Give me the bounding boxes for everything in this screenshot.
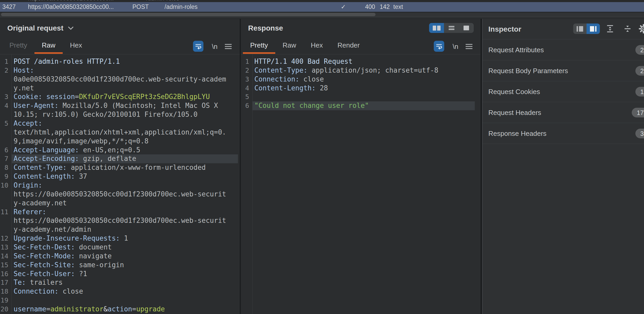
line-text: 0a0e00850320850cc00d1f2300d700ec.web-sec…: [11, 75, 238, 84]
line-number: 4: [241, 84, 249, 93]
line-text: Content-Type: application/x-www-form-url…: [11, 163, 238, 172]
line-text: Te: trailers: [11, 278, 238, 287]
line-number: 20: [0, 305, 8, 314]
line-number: 9: [0, 172, 8, 181]
tab-raw[interactable]: Raw: [34, 38, 63, 54]
inspector-section-label: Response Headers: [488, 129, 547, 137]
line-text: Connection: close: [252, 75, 475, 84]
count-badge: 2: [635, 66, 644, 75]
line-text: Referer:: [11, 208, 238, 217]
word-wrap-toggle-button[interactable]: [434, 41, 444, 52]
editor-line: 5: [241, 92, 481, 101]
line-number: [0, 225, 8, 234]
response-tabs: PrettyRawHexRender: [243, 38, 367, 54]
history-cell-length: 142: [380, 2, 390, 12]
inspector-section-request-attributes[interactable]: Request Attributes2: [483, 39, 644, 60]
tab-pretty[interactable]: Pretty: [2, 38, 34, 54]
chevron-down-icon[interactable]: [68, 26, 74, 31]
tab-render[interactable]: Render: [330, 38, 367, 54]
editor-menu-icon[interactable]: [223, 41, 234, 52]
line-number: 16: [0, 270, 8, 278]
dock-left-button[interactable]: [573, 24, 587, 34]
editor-line: 6"Could not change user role": [241, 101, 481, 110]
layout-columns-button[interactable]: [429, 23, 444, 33]
line-text: Cookie: session=DKfuDr7vEVScqERPt3zSeDG2…: [11, 92, 238, 101]
editor-line: 8Content-Type: application/x-www-form-ur…: [0, 163, 240, 172]
inspector-section-request-cookies[interactable]: Request Cookies1: [483, 81, 644, 102]
editor-line: y.net: [0, 84, 240, 93]
line-text: text/html,application/xhtml+xml,applicat…: [11, 128, 238, 137]
partial-url-text: https://0a0e00850320850cc00...: [28, 0, 114, 2]
line-text: Sec-Fetch-Mode: navigate: [11, 252, 238, 261]
line-text: Origin:: [11, 181, 238, 190]
tab-hex[interactable]: Hex: [63, 38, 89, 54]
line-text: Connection: close: [11, 287, 238, 296]
editor-line: y-academy.net: [0, 199, 240, 208]
line-number: 8: [0, 163, 8, 172]
editor-line: 12Upgrade-Insecure-Requests: 1: [0, 234, 240, 243]
expand-all-button[interactable]: [604, 24, 616, 34]
editor-line: 2Host:: [0, 66, 240, 75]
highlighted-line-text: "Could not change user role": [252, 101, 475, 110]
editor-line: 9,image/avif,image/webp,*/*;q=0.8: [0, 137, 240, 146]
newline-chars-toggle-button[interactable]: \n: [208, 41, 221, 52]
burp-message-viewer: https://0a0e00850320850cc00... /admin-ro…: [0, 0, 644, 314]
editor-line: 15Sec-Fetch-Site: same-origin: [0, 261, 240, 270]
line-number: 6: [241, 101, 249, 110]
line-text: POST /admin-roles HTTP/1.1: [11, 57, 238, 66]
line-number: 5: [241, 92, 249, 101]
layout-toggle-group: [429, 23, 474, 33]
editor-line: https://0a0e00850320850cc00d1f2300d700ec…: [0, 190, 240, 199]
editor-menu-icon[interactable]: [463, 41, 475, 52]
dock-right-button[interactable]: [587, 24, 600, 34]
scrollbar-thumb[interactable]: [1, 13, 376, 16]
count-badge: 2: [635, 45, 644, 55]
line-number: [0, 199, 8, 208]
history-cell-status: 400: [365, 2, 375, 12]
editor-line: 16Sec-Fetch-User: ?1: [0, 270, 240, 278]
line-text: Host:: [11, 66, 238, 75]
tab-hex[interactable]: Hex: [303, 38, 330, 54]
line-number: 4: [0, 101, 8, 110]
word-wrap-toggle-button[interactable]: [193, 41, 203, 52]
layout-rows-button[interactable]: [444, 23, 459, 33]
collapse-all-button[interactable]: [622, 24, 633, 34]
horizontal-splitter[interactable]: [0, 16, 644, 19]
request-tabs: PrettyRawHex: [2, 38, 89, 54]
line-number: 5: [0, 119, 8, 128]
newline-chars-toggle-button[interactable]: \n: [449, 41, 462, 52]
line-number: 7: [0, 154, 8, 163]
editor-line: 1POST /admin-roles HTTP/1.1: [0, 57, 240, 66]
request-editor[interactable]: 1POST /admin-roles HTTP/1.12Host:0a0e008…: [0, 54, 240, 314]
inspector-section-request-headers[interactable]: Request Headers17: [483, 102, 644, 123]
inspector-section-request-body-parameters[interactable]: Request Body Parameters2: [483, 60, 644, 81]
inspector-section-label: Request Body Parameters: [488, 67, 568, 75]
layout-single-button[interactable]: [459, 23, 474, 33]
history-selected-row[interactable]: 3427 https://0a0e00850320850cc00... POST…: [0, 2, 644, 12]
response-panel-title: Response: [248, 23, 283, 33]
line-text: y-academy.net/admin: [11, 225, 238, 234]
editor-line: y-academy.net/admin: [0, 225, 240, 234]
count-badge: 3: [635, 129, 644, 138]
editor-line: 3Cookie: session=DKfuDr7vEVScqERPt3zSeDG…: [0, 92, 240, 101]
line-number: 15: [0, 261, 8, 270]
count-badge: 17: [632, 108, 644, 117]
editor-line: 17Te: trailers: [0, 278, 240, 287]
editor-line: https://0a0e00850320850cc00d1f2300d700ec…: [0, 216, 240, 225]
history-horizontal-scrollbar[interactable]: [0, 13, 644, 16]
tab-raw[interactable]: Raw: [275, 38, 303, 54]
line-text: Accept:: [11, 119, 238, 128]
line-number: [0, 216, 8, 225]
line-number: 18: [0, 287, 8, 296]
inspector-section-response-headers[interactable]: Response Headers3: [483, 123, 644, 144]
editor-line: 20username=administrator&action=upgrade: [0, 305, 240, 314]
settings-gear-icon[interactable]: [637, 24, 644, 34]
editor-line: 5Accept:: [0, 119, 240, 128]
line-number: [0, 128, 8, 137]
editor-line: 3Connection: close: [241, 75, 481, 84]
history-row-partial[interactable]: https://0a0e00850320850cc00... /admin-ro…: [0, 0, 644, 2]
line-number: 3: [0, 92, 8, 101]
response-editor[interactable]: 1HTTP/1.1 400 Bad Request2Content-Type: …: [241, 54, 481, 314]
history-cell-mime: text: [393, 2, 403, 12]
tab-pretty[interactable]: Pretty: [243, 38, 275, 54]
